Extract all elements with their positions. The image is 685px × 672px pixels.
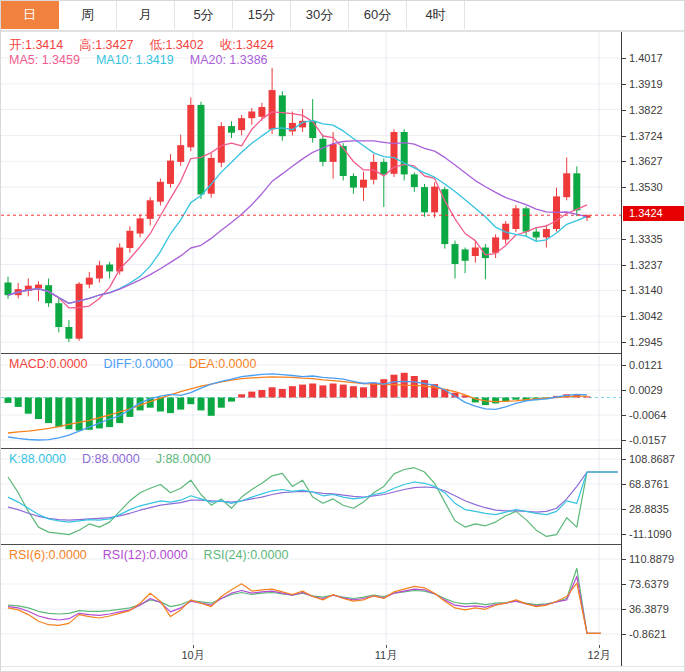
y-axis-label: 1.3919	[629, 77, 663, 91]
y-axis-label: 28.8835	[629, 502, 669, 516]
readout-k: K:88.0000	[9, 452, 66, 466]
time-axis: 10月11月12月	[1, 645, 685, 672]
tab-4时[interactable]: 4时	[407, 1, 465, 29]
axis-tick	[622, 534, 626, 535]
y-axis-label: 110.8879	[629, 552, 674, 566]
axis-tick	[622, 58, 626, 59]
tab-60分[interactable]: 60分	[349, 1, 407, 29]
axis-tick	[622, 609, 626, 610]
macd-readout: MACD:0.0000DIFF:0.0000DEA:0.0000	[9, 357, 272, 371]
readout-macd: MACD:0.0000	[9, 357, 88, 371]
y-axis-label: 1.3530	[629, 180, 663, 194]
readout-rsi6: RSI(6):0.0000	[9, 548, 87, 562]
axis-tick	[622, 509, 626, 510]
tab-日[interactable]: 日	[1, 1, 59, 29]
ohlc-readout: 开:1.3414高:1.3427低:1.3402收:1.3424	[9, 37, 290, 54]
readout-d: D:88.0000	[82, 452, 140, 466]
y-axis-label: -0.0157	[629, 433, 666, 447]
rsi-panel: RSI(6):0.0000RSI(12):0.0000RSI(24):0.000…	[1, 544, 685, 646]
axis-line	[621, 645, 622, 666]
tab-5分[interactable]: 5分	[175, 1, 233, 29]
current-price-tag: 1.3424	[623, 206, 685, 221]
readout-rsi24: RSI(24):0.0000	[204, 548, 289, 562]
axis-tick	[622, 365, 626, 366]
candlestick-chart-canvas[interactable]	[1, 32, 621, 354]
axis-tick	[622, 559, 626, 560]
trading-chart-app: 日周月5分15分30分60分4时 开:1.3414高:1.3427低:1.340…	[0, 0, 685, 672]
rsi-readout: RSI(6):0.0000RSI(12):0.0000RSI(24):0.000…	[9, 548, 304, 562]
readout-ma5: MA5: 1.3459	[9, 53, 80, 67]
y-axis-label: 108.8687	[629, 452, 675, 466]
y-axis-label: 1.3822	[629, 103, 663, 117]
axis-tick	[622, 265, 626, 266]
y-axis-label: 0.0121	[629, 358, 663, 372]
y-axis-label: 1.2945	[629, 335, 663, 349]
axis-tick	[622, 342, 626, 343]
readout-j: J:88.0000	[156, 452, 211, 466]
macd-axis: 0.01210.0029-0.0064-0.0157	[621, 354, 685, 449]
tab-月[interactable]: 月	[117, 1, 175, 29]
y-axis-label: 1.3042	[629, 309, 663, 323]
axis-tick	[622, 290, 626, 291]
axis-tick	[622, 84, 626, 85]
readout-low: 低:1.3402	[149, 38, 203, 52]
y-axis-label: 73.6379	[629, 577, 669, 591]
y-axis-label: -11.1090	[629, 527, 672, 541]
axis-tick	[622, 187, 626, 188]
y-axis-label: 1.3237	[629, 258, 663, 272]
y-axis-label: 1.3627	[629, 154, 663, 168]
x-axis-label: 12月	[587, 648, 610, 663]
y-axis-label: 1.3335	[629, 232, 663, 246]
x-axis-label: 11月	[375, 648, 397, 663]
axis-tick	[622, 161, 626, 162]
ma-readout: MA5: 1.3459MA10: 1.3419MA20: 1.3386	[9, 53, 284, 67]
period-tabbar: 日周月5分15分30分60分4时	[1, 1, 685, 31]
readout-open: 开:1.3414	[9, 38, 63, 52]
readout-diff: DIFF:0.0000	[104, 357, 173, 371]
tab-15分[interactable]: 15分	[233, 1, 291, 29]
tab-周[interactable]: 周	[59, 1, 117, 29]
axis-tick	[622, 390, 626, 391]
y-axis-label: -0.0064	[629, 408, 666, 422]
readout-close: 收:1.3424	[220, 38, 274, 52]
readout-ma20: MA20: 1.3386	[190, 53, 268, 67]
kdj-readout: K:88.0000D:88.0000J:88.0000	[9, 452, 227, 466]
rsi-axis: 110.887973.637936.3879-0.8621	[621, 545, 685, 646]
axis-tick	[622, 459, 626, 460]
tab-30分[interactable]: 30分	[291, 1, 349, 29]
axis-tick	[622, 316, 626, 317]
y-axis-label: 1.3140	[629, 283, 663, 297]
axis-tick	[622, 584, 626, 585]
main-chart-panel: 开:1.3414高:1.3427低:1.3402收:1.3424 MA5: 1.…	[1, 31, 685, 354]
x-axis-label: 10月	[181, 648, 204, 663]
axis-tick	[622, 440, 626, 441]
axis-tick	[622, 634, 626, 635]
y-axis-label: 0.0029	[629, 383, 663, 397]
axis-tick	[622, 415, 626, 416]
y-axis-label: 68.8761	[629, 477, 669, 491]
axis-tick	[622, 136, 626, 137]
axis-tick	[622, 110, 626, 111]
y-axis-label: -0.8621	[629, 627, 666, 641]
kdj-axis: 108.868768.876128.8835-11.1090	[621, 449, 685, 545]
axis-tick	[622, 484, 626, 485]
macd-panel: MACD:0.0000DIFF:0.0000DEA:0.0000 0.01210…	[1, 353, 685, 449]
readout-dea: DEA:0.0000	[189, 357, 256, 371]
kdj-panel: K:88.0000D:88.0000J:88.0000 108.868768.8…	[1, 448, 685, 545]
readout-rsi12: RSI(12):0.0000	[103, 548, 188, 562]
readout-ma10: MA10: 1.3419	[96, 53, 174, 67]
readout-high: 高:1.3427	[79, 38, 133, 52]
y-axis-label: 1.4017	[629, 51, 663, 65]
y-axis-label: 36.3879	[629, 602, 669, 616]
time-axis-labels: 10月11月12月	[1, 645, 685, 667]
price-axis: 1.3424 1.40171.39191.38221.37241.36271.3…	[621, 32, 685, 354]
y-axis-label: 1.3724	[629, 129, 663, 143]
axis-tick	[622, 239, 626, 240]
